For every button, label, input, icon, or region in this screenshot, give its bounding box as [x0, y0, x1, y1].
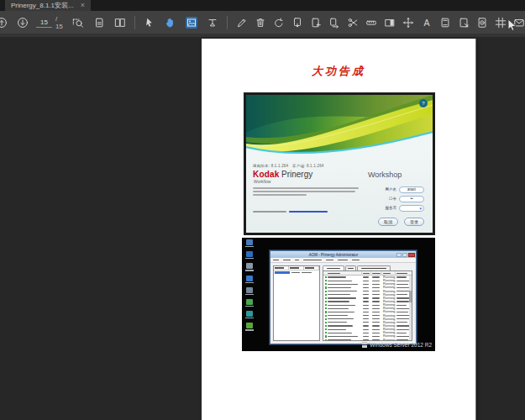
process-row: Running — [323, 339, 412, 341]
page-up-icon[interactable] — [0, 17, 8, 29]
tab-bar: Prinergy_8.1.1安装... × — [0, 0, 525, 11]
desktop-icon — [244, 276, 255, 283]
status-dot — [325, 339, 327, 341]
desktop-icons — [244, 239, 255, 331]
status-dot — [325, 297, 327, 299]
scrollbar — [409, 276, 412, 340]
status-dot — [325, 318, 327, 320]
insert-page-icon[interactable] — [310, 17, 322, 29]
pdf-page: 大功告成 — [202, 39, 475, 420]
page-number-input[interactable]: 15 — [36, 18, 52, 28]
hand-tool-icon[interactable] — [165, 17, 176, 29]
username-row: 用户名 araxi — [386, 186, 425, 193]
doc-heading: 大功告成 — [202, 64, 475, 79]
workshop-label: Workshop — [368, 171, 402, 179]
login-button: 登录 — [404, 218, 424, 226]
move-tool-icon[interactable] — [402, 17, 414, 29]
chevron-down-icon: ▾ — [419, 206, 422, 211]
copyright-text — [253, 187, 362, 198]
replace-page-icon[interactable] — [328, 17, 340, 29]
page-number-field: 15 / 15 — [36, 15, 65, 30]
status-dot — [325, 315, 327, 317]
dialog-buttons: 取消 登录 — [378, 218, 424, 226]
banner-artwork — [246, 95, 433, 159]
status-dot — [325, 276, 327, 278]
status-dot — [325, 332, 327, 333]
prinergy-wordmark: Prinergy — [281, 170, 312, 179]
desktop-icon — [244, 263, 255, 270]
snapshot-tool-icon[interactable] — [186, 17, 197, 29]
process-status: Running — [383, 339, 396, 341]
add-text-icon[interactable]: A — [421, 17, 433, 29]
document-tab[interactable]: Prinergy_8.1.1安装... × — [5, 0, 91, 11]
aom-administrator-window: AOM - Prinergy Administrator — [270, 250, 417, 344]
status-dot — [325, 311, 327, 312]
status-dot — [325, 291, 327, 292]
tab-title: Prinergy_8.1.1安装... — [11, 1, 74, 10]
version-line: 建构版本: 8.1.1.264 客户端: 8.1.1.264 — [253, 164, 324, 168]
two-page-view-icon[interactable] — [114, 17, 126, 29]
split-document-icon[interactable] — [347, 17, 359, 29]
edit-page-icon[interactable] — [236, 17, 248, 29]
status-dot — [325, 286, 327, 288]
status-dot — [325, 328, 327, 330]
window-controls — [396, 253, 415, 257]
status-dot — [325, 304, 327, 306]
watermark-icon[interactable] — [458, 17, 470, 29]
cancel-button: 取消 — [378, 218, 398, 226]
username-label: 用户名 — [386, 187, 397, 192]
tab-close-icon[interactable]: × — [81, 2, 85, 9]
status-dot — [325, 283, 327, 285]
desktop-icon — [244, 311, 255, 318]
desktop-icon — [244, 323, 255, 330]
marquee-zoom-icon[interactable] — [72, 17, 84, 29]
main-toolbar: 15 / 15 A — [0, 11, 525, 34]
rotate-page-icon[interactable] — [273, 17, 285, 29]
delete-page-icon[interactable] — [255, 17, 266, 29]
desktop-icon — [244, 239, 255, 247]
crop-grid-icon[interactable] — [495, 17, 507, 29]
window-titlebar: AOM - Prinergy Administrator — [270, 251, 416, 258]
header-footer-icon[interactable] — [439, 17, 451, 29]
windows-desktop-screenshot: AOM - Prinergy Administrator — [242, 238, 435, 351]
close-icon — [408, 253, 415, 257]
page-total-label: / 15 — [55, 15, 65, 30]
server-tree-panel — [273, 265, 320, 341]
window-title: AOM - Prinergy Administrator — [270, 253, 396, 257]
status-dot — [325, 335, 327, 337]
status-dot — [325, 307, 327, 309]
tool-dropdown-icon[interactable] — [207, 17, 218, 29]
username-input: araxi — [399, 186, 424, 193]
minimize-icon — [396, 253, 402, 257]
server-label: 服务器 — [386, 206, 397, 210]
toolbar-divider — [227, 16, 228, 29]
help-icon: ? — [419, 99, 428, 108]
page-down-icon[interactable] — [17, 17, 29, 29]
status-dot — [325, 301, 327, 302]
server-dropdown: ▾ — [399, 205, 424, 212]
acrobat-window: Prinergy_8.1.1安装... × 15 / 15 A 大功告成 — [0, 0, 525, 420]
license-link — [289, 211, 328, 213]
document-viewer[interactable]: 大功告成 — [0, 37, 525, 420]
kodak-logo: Kodak — [253, 170, 280, 179]
license-link-row — [253, 211, 328, 213]
extract-page-icon[interactable] — [291, 17, 303, 29]
status-dot — [325, 294, 327, 296]
workflow-label: Workflow — [254, 179, 270, 184]
selected-tree-row — [275, 271, 290, 275]
svg-text:A: A — [423, 17, 429, 27]
mouse-cursor — [507, 18, 518, 33]
artbox-icon[interactable] — [384, 17, 396, 29]
status-dot — [325, 325, 327, 327]
page-thumbnails-icon[interactable] — [93, 17, 105, 29]
crop-ruler-icon[interactable] — [365, 17, 377, 29]
prinergy-login-screenshot: ? 建构版本: 8.1.1.264 客户端: 8.1.1.264 Kodak P… — [244, 92, 435, 235]
desktop-icon — [244, 299, 255, 307]
status-dot — [325, 280, 327, 281]
select-tool-icon[interactable] — [144, 17, 155, 29]
windows-watermark: Windows Server 2012 R2 — [362, 342, 433, 348]
redact-page-icon[interactable] — [476, 17, 488, 29]
status-dot — [325, 322, 327, 323]
password-input: •• — [399, 196, 424, 202]
window-menubar — [270, 258, 416, 263]
